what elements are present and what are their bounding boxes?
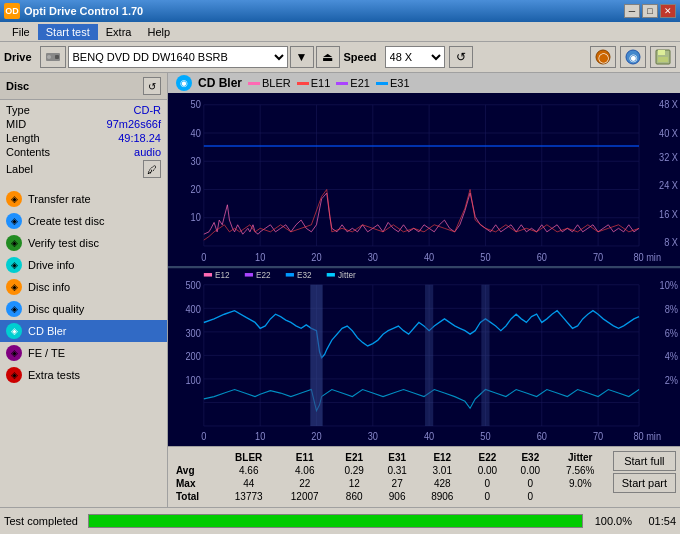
sidebar-item-cd-bler[interactable]: ◈ CD Bler xyxy=(0,320,167,342)
stats-header-e31: E31 xyxy=(376,451,419,464)
svg-text:30: 30 xyxy=(368,252,379,264)
maximize-button[interactable]: □ xyxy=(642,4,658,18)
start-full-button[interactable]: Start full xyxy=(613,451,676,471)
sidebar-label-cd-bler: CD Bler xyxy=(28,325,67,337)
stats-avg-e12: 3.01 xyxy=(419,464,466,477)
minimize-button[interactable]: ─ xyxy=(624,4,640,18)
menu-extra[interactable]: Extra xyxy=(98,24,140,40)
svg-text:8 X: 8 X xyxy=(664,236,678,248)
sidebar-item-extra-tests[interactable]: ◈ Extra tests xyxy=(0,364,167,386)
sidebar-label-fe-te: FE / TE xyxy=(28,347,65,359)
svg-text:E22: E22 xyxy=(256,269,271,280)
transfer-rate-icon: ◈ xyxy=(6,191,22,207)
stats-max-bler: 44 xyxy=(221,477,277,490)
drive-select[interactable]: BENQ DVD DD DW1640 BSRB xyxy=(68,46,288,68)
svg-text:50: 50 xyxy=(480,252,491,264)
svg-rect-9 xyxy=(658,57,668,62)
disc-mid-value: 97m26s66f xyxy=(107,118,161,130)
disc-info-icon: ◈ xyxy=(6,279,22,295)
stats-total-e11: 12007 xyxy=(277,490,333,503)
menu-start-test[interactable]: Start test xyxy=(38,24,98,40)
legend-label-e11: E11 xyxy=(311,77,331,89)
svg-text:10: 10 xyxy=(255,431,266,443)
stats-area: BLER E11 E21 E31 E12 E22 E32 Jitter Avg xyxy=(168,446,680,507)
menu-help[interactable]: Help xyxy=(139,24,178,40)
disc-refresh-btn[interactable]: ↺ xyxy=(143,77,161,95)
svg-text:Jitter: Jitter xyxy=(338,269,356,280)
sidebar-label-disc-info: Disc info xyxy=(28,281,70,293)
sidebar-label-create-test-disc: Create test disc xyxy=(28,215,104,227)
svg-text:10%: 10% xyxy=(660,280,679,292)
sidebar-label-transfer-rate: Transfer rate xyxy=(28,193,91,205)
stats-avg-e21: 0.29 xyxy=(333,464,376,477)
stats-header-bler: BLER xyxy=(221,451,277,464)
svg-text:80 min: 80 min xyxy=(633,431,661,443)
sidebar-item-transfer-rate[interactable]: ◈ Transfer rate xyxy=(0,188,167,210)
save-btn[interactable] xyxy=(650,46,676,68)
disc-type-label: Type xyxy=(6,104,30,116)
stats-header-e21: E21 xyxy=(333,451,376,464)
speed-select[interactable]: 48 X xyxy=(385,46,445,68)
disc-label-row: Label 🖊 xyxy=(6,160,161,178)
close-button[interactable]: ✕ xyxy=(660,4,676,18)
sidebar-item-create-test-disc[interactable]: ◈ Create test disc xyxy=(0,210,167,232)
erase-btn[interactable]: ◯ xyxy=(590,46,616,68)
main-area: Disc ↺ Type CD-R MID 97m26s66f Length 49… xyxy=(0,73,680,507)
sidebar-item-drive-info[interactable]: ◈ Drive info xyxy=(0,254,167,276)
stats-total-label: Total xyxy=(172,490,221,503)
chart-title: CD Bler xyxy=(198,76,242,90)
status-time: 01:54 xyxy=(636,515,676,527)
svg-text:◯: ◯ xyxy=(598,52,609,64)
svg-text:500: 500 xyxy=(185,280,201,292)
burn-btn[interactable]: ◉ xyxy=(620,46,646,68)
legend-label-e21: E21 xyxy=(350,77,370,89)
sidebar-item-fe-te[interactable]: ◈ FE / TE xyxy=(0,342,167,364)
svg-rect-1 xyxy=(55,55,59,59)
speed-label: Speed xyxy=(344,51,377,63)
svg-text:48 X: 48 X xyxy=(659,99,678,111)
drive-info-icon: ◈ xyxy=(6,257,22,273)
speed-apply-btn[interactable]: ↺ xyxy=(449,46,473,68)
progress-fill xyxy=(89,515,582,527)
disc-label-btn[interactable]: 🖊 xyxy=(143,160,161,178)
sidebar-item-disc-info[interactable]: ◈ Disc info xyxy=(0,276,167,298)
svg-text:4%: 4% xyxy=(665,351,678,363)
menu-file[interactable]: File xyxy=(4,24,38,40)
stats-total-e32: 0 xyxy=(509,490,552,503)
sidebar: Disc ↺ Type CD-R MID 97m26s66f Length 49… xyxy=(0,73,168,507)
svg-text:30: 30 xyxy=(191,155,202,167)
svg-text:6%: 6% xyxy=(665,327,678,339)
sidebar-item-verify-test-disc[interactable]: ◈ Verify test disc xyxy=(0,232,167,254)
chart-header: ◉ CD Bler BLER E11 E21 E31 xyxy=(168,73,680,93)
svg-text:20: 20 xyxy=(311,431,322,443)
svg-rect-43 xyxy=(286,273,294,277)
svg-rect-45 xyxy=(327,273,335,277)
svg-text:2%: 2% xyxy=(665,374,678,386)
stats-row-avg: Avg 4.66 4.06 0.29 0.31 3.01 0.00 0.00 7… xyxy=(172,464,609,477)
stats-total-e12: 8906 xyxy=(419,490,466,503)
drive-refresh-btn[interactable]: ▼ xyxy=(290,46,314,68)
start-buttons: Start full Start part xyxy=(613,451,676,493)
disc-contents-row: Contents audio xyxy=(6,146,161,158)
svg-text:50: 50 xyxy=(480,431,491,443)
svg-text:10: 10 xyxy=(191,212,202,224)
drive-eject-btn[interactable]: ⏏ xyxy=(316,46,340,68)
stats-total-e21: 860 xyxy=(333,490,376,503)
nav-section: ◈ Transfer rate ◈ Create test disc ◈ Ver… xyxy=(0,188,167,386)
start-part-button[interactable]: Start part xyxy=(613,473,676,493)
stats-header-e12: E12 xyxy=(419,451,466,464)
svg-text:70: 70 xyxy=(593,252,604,264)
stats-avg-e32: 0.00 xyxy=(509,464,552,477)
sidebar-item-disc-quality[interactable]: ◈ Disc quality xyxy=(0,298,167,320)
disc-section-header: Disc ↺ xyxy=(0,73,167,100)
svg-text:E12: E12 xyxy=(215,269,230,280)
stats-avg-e11: 4.06 xyxy=(277,464,333,477)
disc-contents-label: Contents xyxy=(6,146,50,158)
svg-text:60: 60 xyxy=(537,431,548,443)
stats-max-e12: 428 xyxy=(419,477,466,490)
svg-text:200: 200 xyxy=(185,351,201,363)
legend-dot-bler xyxy=(248,82,260,85)
toolbar: Drive BENQ DVD DD DW1640 BSRB ▼ ⏏ Speed … xyxy=(0,42,680,73)
status-bar: Test completed 100.0% 01:54 xyxy=(0,507,680,533)
stats-header-empty xyxy=(172,451,221,464)
